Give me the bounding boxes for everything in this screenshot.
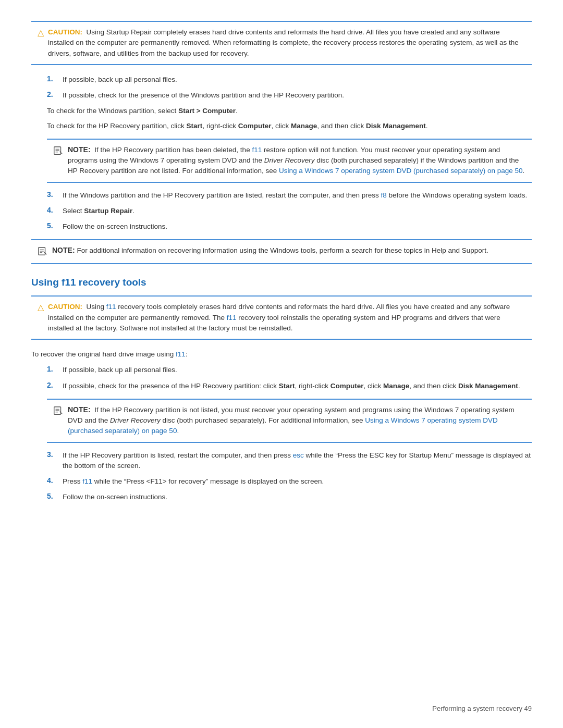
list-content-2: If possible, check for the presence of t… [63,90,532,101]
list-content-3: If the Windows partition and the HP Reco… [63,190,532,201]
list-item-f11-5: 5. Follow the on-screen instructions. [31,492,532,502]
list-num-f11-3: 3. [47,450,56,472]
caution-text-1: CAUTION: Using Startup Repair completely… [48,27,525,59]
note-text-2: For additional information on recovering… [77,246,488,254]
sub-para-1-text: To check for the Windows partition, sele… [47,107,238,115]
section-heading: Using f11 recovery tools [31,277,532,288]
footer-text: Performing a system recovery 49 [432,705,532,712]
note-text-3: If the HP Recovery partition is not list… [68,406,515,435]
list-content-4: Select Startup Repair. [63,206,532,216]
list-num-f11-5: 5. [47,492,56,502]
list-section-3: 1. If possible, back up all personal fil… [31,365,532,391]
list-num-f11-2: 2. [47,381,56,391]
note-text-1: If the HP Recovery partition has been de… [68,146,524,175]
list-content-f11-2: If possible, check for the presence of t… [63,381,532,391]
list-content-f11-1: If possible, back up all personal files. [63,365,532,375]
caution-label-2: CAUTION: [48,303,82,311]
list-num-2: 2. [47,90,56,101]
note-label-3: NOTE: [68,405,91,414]
list-item-2: 2. If possible, check for the presence o… [31,90,532,101]
note-label-2: NOTE: [52,246,75,254]
sub-para-1: To check for the Windows partition, sele… [47,106,532,116]
body-para-f11: To recover the original hard drive image… [31,349,532,360]
list-num-f11-4: 4. [47,476,56,487]
list-num-4: 4. [47,206,56,216]
caution-text-2: CAUTION: Using f11 recovery tools comple… [48,302,525,334]
list-item-3: 3. If the Windows partition and the HP R… [31,190,532,201]
sub-para-2-text: To check for the HP Recovery partition, … [47,122,428,130]
list-section-4: 3. If the HP Recovery partition is liste… [31,450,532,503]
list-content-1: If possible, back up all personal files. [63,75,532,85]
list-content-f11-4: Press f11 while the “Press <F11> for rec… [63,476,532,487]
note-box-1: NOTE: If the HP Recovery partition has b… [47,139,532,183]
list-item-5: 5. Follow the on-screen instructions. [31,221,532,232]
list-item-f11-3: 3. If the HP Recovery partition is liste… [31,450,532,472]
caution-icon-1: △ [38,28,44,38]
caution-body-1: Using Startup Repair completely erases h… [48,28,519,57]
note-box-3: NOTE: If the HP Recovery partition is no… [47,399,532,443]
list-section-2: 3. If the Windows partition and the HP R… [31,190,532,232]
caution-box-2: △ CAUTION: Using f11 recovery tools comp… [31,295,532,340]
page-footer: Performing a system recovery 49 [432,705,532,712]
list-content-5: Follow the on-screen instructions. [63,221,532,232]
caution-icon-2: △ [38,302,44,312]
list-content-f11-3: If the HP Recovery partition is listed, … [63,450,532,472]
note-icon-3 [53,405,64,417]
caution-box-1: △ CAUTION: Using Startup Repair complete… [31,21,532,65]
list-section-1: 1. If possible, back up all personal fil… [31,75,532,101]
list-num-1: 1. [47,75,56,85]
list-item-f11-1: 1. If possible, back up all personal fil… [31,365,532,375]
note-text-wrap-1: NOTE: If the HP Recovery partition has b… [68,145,525,177]
note1-link[interactable]: Using a Windows 7 operating system DVD (… [279,167,523,175]
note-text-wrap-3: NOTE: If the HP Recovery partition is no… [68,405,525,437]
note-label-1: NOTE: [68,145,91,154]
list-num-f11-1: 1. [47,365,56,375]
list-content-f11-5: Follow the on-screen instructions. [63,492,532,502]
note-text-wrap-2: NOTE: For additional information on reco… [52,245,525,256]
list-item-4: 4. Select Startup Repair. [31,206,532,216]
list-item-f11-4: 4. Press f11 while the “Press <F11> for … [31,476,532,487]
caution-label-1: CAUTION: [48,28,82,36]
list-item-1: 1. If possible, back up all personal fil… [31,75,532,85]
note-icon-1 [53,145,64,157]
list-num-5: 5. [47,221,56,232]
note-box-2: NOTE: For additional information on reco… [31,239,532,264]
list-num-3: 3. [47,190,56,201]
sub-para-2: To check for the HP Recovery partition, … [47,121,532,131]
list-item-f11-2: 2. If possible, check for the presence o… [31,381,532,391]
note-icon-2 [38,246,48,258]
